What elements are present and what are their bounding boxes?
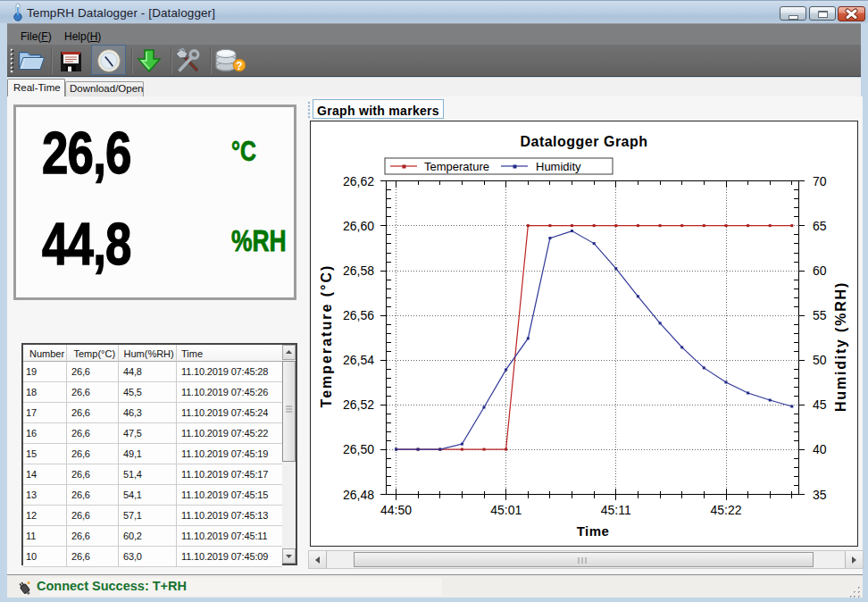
svg-text:60: 60 xyxy=(813,263,827,278)
svg-text:55: 55 xyxy=(813,308,827,322)
svg-text:65: 65 xyxy=(813,219,827,233)
svg-text:50: 50 xyxy=(813,353,827,367)
svg-text:45:11: 45:11 xyxy=(601,503,631,517)
svg-text:45: 45 xyxy=(813,397,827,412)
svg-text:?: ? xyxy=(236,60,242,72)
svg-text:26,56: 26,56 xyxy=(343,308,374,322)
svg-text:26,48: 26,48 xyxy=(343,488,374,502)
svg-text:26,52: 26,52 xyxy=(343,397,374,412)
svg-text:Temperature: Temperature xyxy=(424,160,489,173)
svg-text:40: 40 xyxy=(813,442,827,456)
svg-text:26,50: 26,50 xyxy=(343,442,374,456)
svg-text:45:22: 45:22 xyxy=(710,503,741,517)
svg-text:44:50: 44:50 xyxy=(380,503,412,517)
svg-text:45:01: 45:01 xyxy=(490,503,522,517)
svg-text:Humidity (%RH): Humidity (%RH) xyxy=(833,281,848,412)
svg-text:26,54: 26,54 xyxy=(343,353,374,367)
svg-text:26,58: 26,58 xyxy=(343,263,374,278)
svg-text:Time: Time xyxy=(577,523,610,539)
svg-text:Datalogger Graph: Datalogger Graph xyxy=(520,134,647,149)
svg-text:Temperature (°C): Temperature (°C) xyxy=(319,264,334,408)
svg-text:35: 35 xyxy=(813,488,827,502)
svg-text:Humidity: Humidity xyxy=(536,160,581,173)
svg-text:26,62: 26,62 xyxy=(343,174,374,188)
svg-text:70: 70 xyxy=(813,174,827,188)
svg-text:26,60: 26,60 xyxy=(343,219,374,233)
